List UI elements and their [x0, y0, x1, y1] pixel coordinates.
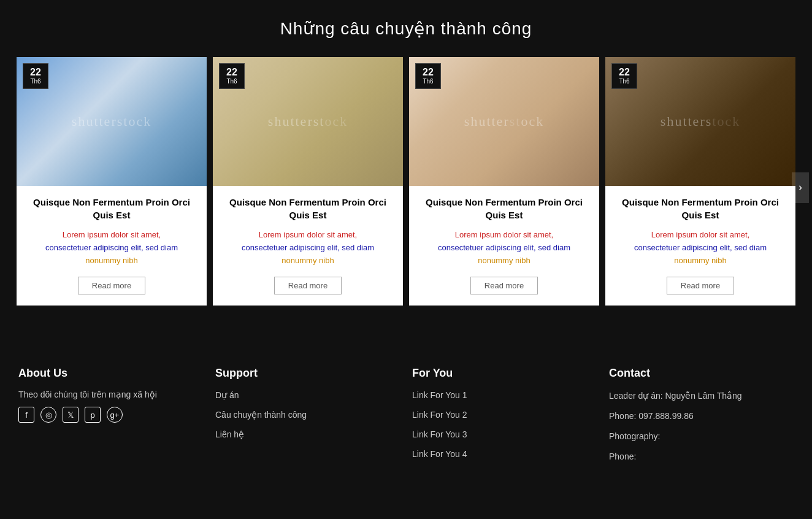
card-3-month: Th6 [423, 77, 433, 85]
card-1-text-part3: nonummy nibh [85, 256, 137, 265]
card-2: shutterstock 22 Th6 Quisque Non Fermentu… [213, 57, 403, 306]
card-3-text-part2: consectetuer adipiscing elit, sed diam [438, 243, 570, 252]
social-icons-row: f ◎ 𝕏 p g+ [18, 407, 203, 423]
card-3: shutterstock 22 Th6 Quisque Non Fermentu… [409, 57, 599, 306]
footer-support-links: Dự án Câu chuyện thành công Liên hệ [215, 390, 400, 440]
card-1-title: Quisque Non Fermentum Proin Orci Quis Es… [28, 196, 196, 221]
footer-support-link-1: Dự án [215, 390, 400, 401]
footer-foryou-link-2: Link For You 2 [412, 409, 597, 420]
card-4: shutterstock 22 Th6 Quisque Non Fermentu… [605, 57, 795, 306]
header-section: Những câu chuyện thành công [0, 0, 812, 51]
card-4-text-part2: consectetuer adipiscing elit, sed diam [634, 243, 767, 252]
card-1-month: Th6 [30, 77, 40, 85]
footer-contact-col: Contact Leader dự án: Nguyễn Lâm Thắng P… [609, 367, 794, 471]
footer-support-heading: Support [215, 367, 400, 380]
card-2-text-part3: nonummy nibh [282, 256, 334, 265]
card-3-title: Quisque Non Fermentum Proin Orci Quis Es… [420, 196, 588, 221]
card-2-image: shutterstock 22 Th6 [213, 57, 403, 186]
card-1-text-part2: consectetuer adipiscing elit, sed diam [45, 243, 178, 252]
foryou-link-3[interactable]: Link For You 3 [412, 429, 467, 439]
footer-support-link-2: Câu chuyện thành công [215, 409, 400, 420]
card-1-read-more[interactable]: Read more [78, 277, 145, 294]
footer-foryou-link-3: Link For You 3 [412, 429, 597, 440]
card-3-read-more[interactable]: Read more [470, 277, 538, 294]
cards-section: shutterstock 22 Th6 Quisque Non Fermentu… [0, 51, 812, 324]
googleplus-icon[interactable]: g+ [107, 407, 123, 423]
card-3-text: Lorem ipsum dolor sit amet, consectetuer… [420, 229, 588, 267]
card-2-date-badge: 22 Th6 [219, 63, 245, 89]
card-2-text: Lorem ipsum dolor sit amet, consectetuer… [224, 229, 392, 267]
card-3-text-part1: Lorem ipsum dolor sit amet, [455, 230, 553, 239]
watermark-4: shutterstock [661, 113, 740, 129]
pinterest-icon[interactable]: p [85, 407, 101, 423]
card-1-date-badge: 22 Th6 [23, 63, 48, 89]
footer-foryou-heading: For You [412, 367, 597, 380]
watermark-2: shutterstock [268, 113, 348, 129]
cards-container: shutterstock 22 Th6 Quisque Non Fermentu… [6, 57, 806, 306]
card-2-day: 22 [226, 67, 237, 78]
foryou-link-4[interactable]: Link For You 4 [412, 449, 467, 459]
contact-item-4: Phone: [609, 450, 794, 463]
watermark-3: shutterstock [464, 113, 544, 129]
footer-about-description: Theo dõi chúng tôi trên mạng xã hội [18, 390, 203, 399]
card-1-body: Quisque Non Fermentum Proin Orci Quis Es… [17, 186, 207, 306]
footer-about-col: About Us Theo dõi chúng tôi trên mạng xã… [18, 367, 203, 471]
card-3-body: Quisque Non Fermentum Proin Orci Quis Es… [409, 186, 599, 306]
card-1-day: 22 [30, 67, 41, 78]
card-2-read-more[interactable]: Read more [274, 277, 342, 294]
footer-grid: About Us Theo dõi chúng tôi trên mạng xã… [18, 367, 794, 471]
foryou-link-2[interactable]: Link For You 2 [412, 410, 467, 420]
footer-about-heading: About Us [18, 367, 203, 380]
facebook-icon[interactable]: f [18, 407, 34, 423]
footer-foryou-links: Link For You 1 Link For You 2 Link For Y… [412, 390, 597, 459]
card-2-month: Th6 [226, 77, 237, 85]
card-4-text: Lorem ipsum dolor sit amet, consectetuer… [616, 229, 784, 267]
card-1-text-part1: Lorem ipsum dolor sit amet, [63, 230, 161, 239]
footer-foryou-link-1: Link For You 1 [412, 390, 597, 401]
contact-item-1: Leader dự án: Nguyễn Lâm Thắng [609, 390, 794, 402]
footer-foryou-link-4: Link For You 4 [412, 448, 597, 459]
footer-section: About Us Theo dõi chúng tôi trên mạng xã… [0, 336, 812, 495]
page-title: Những câu chuyện thành công [12, 18, 800, 39]
card-4-title: Quisque Non Fermentum Proin Orci Quis Es… [616, 196, 784, 221]
footer-support-link-3: Liên hệ [215, 429, 400, 440]
card-4-image: shutterstock 22 Th6 [605, 57, 795, 186]
footer-contact-heading: Contact [609, 367, 794, 380]
card-3-image: shutterstock 22 Th6 [409, 57, 599, 186]
card-3-date-badge: 22 Th6 [415, 63, 441, 89]
twitter-icon[interactable]: 𝕏 [63, 407, 79, 423]
card-4-date-badge: 22 Th6 [611, 63, 637, 89]
support-link-1[interactable]: Dự án [215, 390, 239, 400]
support-link-2[interactable]: Câu chuyện thành công [215, 410, 307, 420]
card-4-text-part1: Lorem ipsum dolor sit amet, [651, 230, 749, 239]
card-4-body: Quisque Non Fermentum Proin Orci Quis Es… [605, 186, 795, 306]
card-1-text: Lorem ipsum dolor sit amet, consectetuer… [28, 229, 196, 267]
footer-support-col: Support Dự án Câu chuyện thành công Liên… [215, 367, 400, 471]
card-4-month: Th6 [619, 77, 629, 85]
card-3-day: 22 [423, 67, 434, 78]
contact-item-2: Phone: 097.888.99.86 [609, 410, 794, 423]
contact-item-3: Photography: [609, 430, 794, 443]
card-1-image: shutterstock 22 Th6 [17, 57, 207, 186]
support-link-3[interactable]: Liên hệ [215, 429, 244, 439]
watermark-1: shutterstock [72, 113, 151, 129]
instagram-icon[interactable]: ◎ [40, 407, 56, 423]
card-4-text-part3: nonummy nibh [674, 256, 726, 265]
card-4-read-more[interactable]: Read more [667, 277, 734, 294]
card-4-day: 22 [619, 67, 630, 78]
card-2-text-part1: Lorem ipsum dolor sit amet, [259, 230, 357, 239]
card-2-title: Quisque Non Fermentum Proin Orci Quis Es… [224, 196, 392, 221]
card-2-body: Quisque Non Fermentum Proin Orci Quis Es… [213, 186, 403, 306]
card-2-text-part2: consectetuer adipiscing elit, sed diam [242, 243, 374, 252]
carousel-next-arrow[interactable]: › [792, 172, 809, 203]
card-1: shutterstock 22 Th6 Quisque Non Fermentu… [17, 57, 207, 306]
foryou-link-1[interactable]: Link For You 1 [412, 390, 467, 400]
card-3-text-part3: nonummy nibh [478, 256, 530, 265]
footer-foryou-col: For You Link For You 1 Link For You 2 Li… [412, 367, 597, 471]
